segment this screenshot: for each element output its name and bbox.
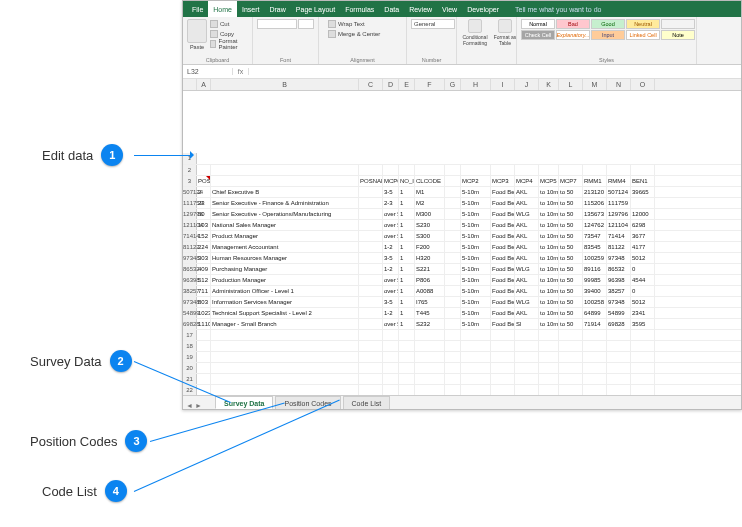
col-header-C[interactable]: C [359,79,383,90]
cell[interactable] [515,374,539,384]
cell[interactable] [445,319,461,329]
table-row[interactable]: 12979650Senior Executive - Operations/Ma… [183,209,741,220]
cell[interactable] [445,242,461,252]
cell[interactable]: Manager - Small Branch [211,319,359,329]
table-row[interactable]: 96398512Production Managerover 51P8065-1… [183,275,741,286]
ribbon-tab-insert[interactable]: Insert [237,1,265,17]
cell[interactable] [539,341,559,351]
table-row[interactable]: 21 [183,374,741,385]
cell[interactable]: Management Accountant [211,242,359,252]
cond-fmt-icon[interactable] [468,19,482,33]
cell[interactable] [383,330,399,340]
cell[interactable]: Administration Officer - Level 1 [211,286,359,296]
cell[interactable] [559,363,583,373]
cell[interactable]: to 50 [559,319,583,329]
table-row[interactable]: 548991023Technical Support Specialist - … [183,308,741,319]
cell[interactable] [197,341,211,351]
style-normal[interactable]: Normal [521,19,555,29]
cell[interactable] [415,374,445,384]
cell[interactable] [415,341,445,351]
cell[interactable]: 3-5 [383,187,399,197]
cell[interactable] [415,330,445,340]
cell[interactable]: Technical Support Specialist - Level 2 [211,308,359,318]
cell[interactable] [383,385,399,395]
cell[interactable]: to 10m [539,198,559,208]
cell[interactable]: 97348 [607,253,631,263]
cell[interactable] [383,341,399,351]
style-neutral[interactable]: Neutral [626,19,660,29]
cell[interactable] [445,308,461,318]
cell[interactable] [445,253,461,263]
cell[interactable] [607,165,631,175]
cell[interactable] [211,330,359,340]
row-header[interactable]: 96398 [183,275,197,285]
cell[interactable]: 3-5 [383,253,399,263]
cell[interactable] [415,385,445,395]
ribbon-tab-home[interactable]: Home [208,1,237,17]
cell[interactable]: M300 [415,209,445,219]
table-row[interactable]: 18 [183,341,741,352]
cell[interactable] [515,352,539,362]
style-note[interactable]: Note [661,30,695,40]
cell[interactable] [631,165,655,175]
cell[interactable] [491,363,515,373]
cell[interactable]: 512 [197,275,211,285]
cell[interactable]: 73547 [583,231,607,241]
cell[interactable] [399,385,415,395]
cell[interactable]: Food Be [491,220,515,230]
sheet-tab-code-list[interactable]: Code List [343,396,391,409]
cell[interactable]: BEN1 [631,176,655,186]
cell[interactable] [359,297,383,307]
cell[interactable]: MCP4 [515,176,539,186]
sheet-nav[interactable]: ◄► [183,402,213,409]
cell[interactable]: over 5 [383,319,399,329]
cell[interactable]: AKL [515,253,539,263]
cell[interactable]: to 10m [539,264,559,274]
table-row[interactable]: 71414152Product Managerover 51S3005-10mF… [183,231,741,242]
cell[interactable] [583,341,607,351]
cell[interactable]: POSNAME [359,176,383,186]
cell[interactable] [359,352,383,362]
row-header[interactable]: 71414 [183,231,197,241]
cell[interactable]: NO_INC [399,176,415,186]
cell[interactable]: F200 [415,242,445,252]
cell[interactable] [359,308,383,318]
cell[interactable] [515,165,539,175]
cell[interactable] [197,352,211,362]
cell[interactable]: Sl [515,319,539,329]
col-header-N[interactable]: N [607,79,631,90]
cell[interactable]: over 5 [383,220,399,230]
cell[interactable]: 89116 [583,264,607,274]
col-header-A[interactable]: A [197,79,211,90]
cell[interactable]: I765 [415,297,445,307]
table-row[interactable]: 17 [183,330,741,341]
cell[interactable]: to 50 [559,242,583,252]
cell[interactable]: 3595 [631,319,655,329]
cell[interactable]: S232 [415,319,445,329]
ribbon-tab-view[interactable]: View [437,1,462,17]
cell[interactable]: Food Be [491,187,515,197]
cell[interactable]: to 50 [559,231,583,241]
cell[interactable]: to 50 [559,209,583,219]
cell[interactable]: to 10m [539,275,559,285]
cell[interactable] [359,330,383,340]
cell[interactable]: RMM4 [607,176,631,186]
cell[interactable]: 1 [399,308,415,318]
cell[interactable]: Food Be [491,264,515,274]
row-header[interactable]: 18 [183,341,197,351]
cell[interactable] [607,352,631,362]
col-header-J[interactable]: J [515,79,539,90]
cell[interactable] [583,165,607,175]
col-header-M[interactable]: M [583,79,607,90]
cell[interactable] [445,385,461,395]
cell[interactable] [383,352,399,362]
font-family-select[interactable] [257,19,297,29]
cell[interactable]: MCP3 [491,176,515,186]
cell[interactable]: 4544 [631,275,655,285]
format-painter-button[interactable]: Format Painter [210,39,248,48]
wrap-text-button[interactable]: Wrap Text [328,19,380,28]
cell[interactable] [359,363,383,373]
row-header[interactable]: 38257 [183,286,197,296]
cell[interactable]: 1 [399,220,415,230]
cell[interactable]: AKL [515,187,539,197]
